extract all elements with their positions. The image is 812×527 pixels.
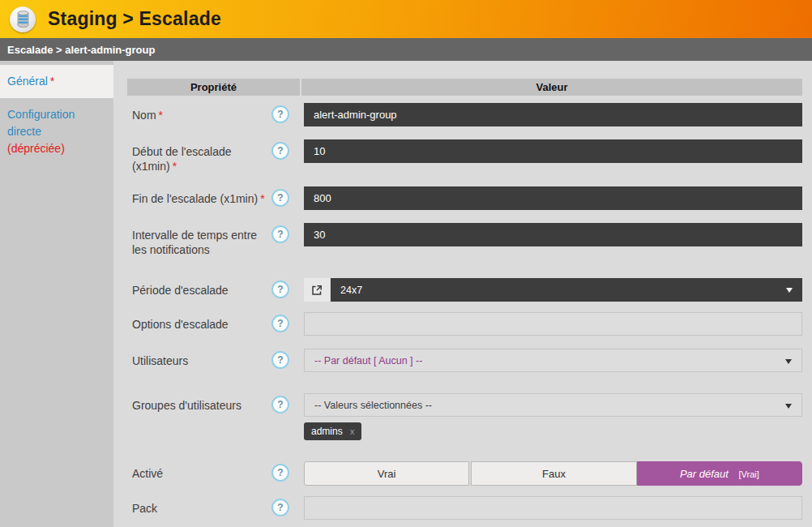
- app-logo: [10, 6, 36, 32]
- chevron-down-icon: [785, 404, 792, 409]
- tag-label: admins: [311, 426, 343, 437]
- help-cell: ?: [271, 349, 304, 369]
- sidebar-item-configuration-directe[interactable]: Configuration directe (dépréciée): [0, 98, 113, 165]
- field-label: Période d'escalade: [132, 284, 229, 297]
- field-label: Intervalle de temps entre les notificati…: [132, 229, 257, 256]
- default-state: [Vrai]: [739, 469, 759, 479]
- form-row-options: Options d'escalade ?: [127, 312, 812, 336]
- form-row-groupes-utilisateurs: Groupes d'utilisateurs ? -- Valeurs séle…: [127, 393, 812, 440]
- value-cell: 24x7: [304, 278, 802, 302]
- value-cell: [304, 496, 802, 520]
- value-cell: [304, 312, 802, 336]
- help-cell: ?: [271, 461, 304, 482]
- help-icon[interactable]: ?: [271, 315, 289, 332]
- field-label-nom: Nom*: [127, 103, 271, 122]
- field-label: Utilisateurs: [132, 354, 188, 367]
- pack-input[interactable]: [304, 496, 802, 520]
- property-column-header: Propriété: [127, 79, 300, 96]
- form-row-intervalle: Intervalle de temps entre les notificati…: [127, 223, 812, 257]
- app-header: Staging > Escalade: [0, 0, 812, 38]
- help-cell: ?: [271, 186, 304, 207]
- open-periode-button[interactable]: [304, 278, 330, 302]
- help-icon[interactable]: ?: [271, 281, 289, 298]
- help-cell: ?: [271, 393, 304, 413]
- selected-tag-admins[interactable]: admins x: [304, 422, 361, 440]
- sidebar-item-general[interactable]: Général*: [0, 65, 113, 98]
- help-icon[interactable]: ?: [271, 105, 289, 123]
- form-row-utilisateurs: Utilisateurs ? -- Par défaut [ Aucun ] -…: [127, 349, 812, 372]
- help-icon[interactable]: ?: [271, 225, 289, 243]
- periode-escalade-select[interactable]: 24x7: [331, 278, 802, 302]
- sidebar: Général* Configuration directe (déprécié…: [0, 61, 113, 527]
- select-value: -- Valeurs sélectionnées --: [314, 400, 432, 411]
- intervalle-notifications-input[interactable]: [304, 223, 802, 246]
- form-row-debut-escalade: Début de l'escalade (x1min)* ?: [127, 139, 812, 174]
- par-defaut-button[interactable]: Par défaut [Vrai]: [637, 461, 802, 486]
- form-row-nom: Nom* ?: [127, 103, 812, 126]
- help-cell: ?: [271, 278, 304, 298]
- field-label-fin: Fin de l'escalade (x1min)*: [127, 186, 271, 206]
- required-asterisk: *: [173, 160, 177, 173]
- breadcrumb: Escalade > alert-admin-group: [0, 38, 812, 61]
- help-icon[interactable]: ?: [271, 396, 289, 413]
- field-label-intervalle: Intervalle de temps entre les notificati…: [127, 223, 271, 257]
- faux-button[interactable]: Faux: [471, 461, 636, 486]
- fin-escalade-input[interactable]: [304, 186, 802, 210]
- value-cell: -- Par défaut [ Aucun ] --: [304, 349, 802, 372]
- sidebar-item-label: Général: [7, 75, 48, 88]
- vrai-button[interactable]: Vrai: [304, 461, 469, 486]
- field-label-options: Options d'escalade: [127, 312, 271, 332]
- options-escalade-input[interactable]: [304, 312, 802, 336]
- database-icon: [16, 11, 30, 28]
- field-label-active: Activé: [127, 461, 271, 481]
- value-cell: [304, 103, 802, 126]
- debut-escalade-input[interactable]: [304, 139, 802, 163]
- main-panel: Propriété Valeur Nom* ? Début de l'escal…: [113, 61, 812, 527]
- deprecated-note: (dépréciée): [7, 142, 65, 155]
- form-row-fin-escalade: Fin de l'escalade (x1min)* ?: [127, 186, 812, 210]
- value-cell: [304, 139, 802, 163]
- help-icon[interactable]: ?: [271, 142, 289, 160]
- help-cell: ?: [271, 312, 304, 332]
- field-label: Fin de l'escalade (x1min): [132, 192, 258, 205]
- utilisateurs-select[interactable]: -- Par défaut [ Aucun ] --: [304, 349, 802, 372]
- field-label-groupes: Groupes d'utilisateurs: [127, 393, 271, 413]
- external-link-icon: [311, 285, 323, 296]
- help-cell: ?: [271, 223, 304, 243]
- help-icon[interactable]: ?: [271, 464, 289, 482]
- default-label: Par défaut: [680, 468, 729, 480]
- table-header: Propriété Valeur: [127, 79, 802, 96]
- required-asterisk: *: [260, 192, 264, 205]
- page-title: Staging > Escalade: [48, 8, 221, 30]
- groupes-utilisateurs-select[interactable]: -- Valeurs sélectionnées --: [304, 393, 802, 417]
- required-asterisk: *: [159, 109, 163, 122]
- value-cell: Vrai Faux Par défaut [Vrai]: [304, 461, 802, 486]
- periode-select-group: 24x7: [304, 278, 802, 302]
- breadcrumb-text: Escalade > alert-admin-group: [7, 44, 155, 56]
- select-value: 24x7: [340, 285, 362, 296]
- field-label-pack: Pack: [127, 496, 271, 516]
- field-label: Pack: [132, 502, 157, 515]
- form-row-periode: Période d'escalade ? 24x7: [127, 278, 812, 302]
- active-tristate: Vrai Faux Par défaut [Vrai]: [304, 461, 802, 486]
- content: Général* Configuration directe (déprécié…: [0, 61, 812, 527]
- help-icon[interactable]: ?: [271, 189, 289, 207]
- sidebar-item-label: Configuration directe: [7, 108, 75, 138]
- form-row-pack: Pack ?: [127, 496, 812, 520]
- select-value: -- Par défaut [ Aucun ] --: [314, 355, 422, 366]
- value-cell: [304, 223, 802, 246]
- help-cell: ?: [271, 496, 304, 516]
- remove-icon[interactable]: x: [350, 426, 355, 436]
- nom-input[interactable]: [304, 103, 802, 126]
- required-asterisk: *: [50, 75, 54, 88]
- field-label-periode: Période d'escalade: [127, 278, 271, 298]
- field-label: Nom: [132, 109, 156, 122]
- help-icon[interactable]: ?: [271, 351, 289, 369]
- field-label-utilisateurs: Utilisateurs: [127, 349, 271, 368]
- value-column-header: Valeur: [301, 79, 802, 96]
- help-icon[interactable]: ?: [271, 499, 289, 516]
- value-cell: -- Valeurs sélectionnées -- admins x: [304, 393, 802, 440]
- field-label: Activé: [132, 467, 163, 480]
- field-label: Début de l'escalade (x1min): [132, 145, 232, 173]
- help-cell: ?: [271, 139, 304, 160]
